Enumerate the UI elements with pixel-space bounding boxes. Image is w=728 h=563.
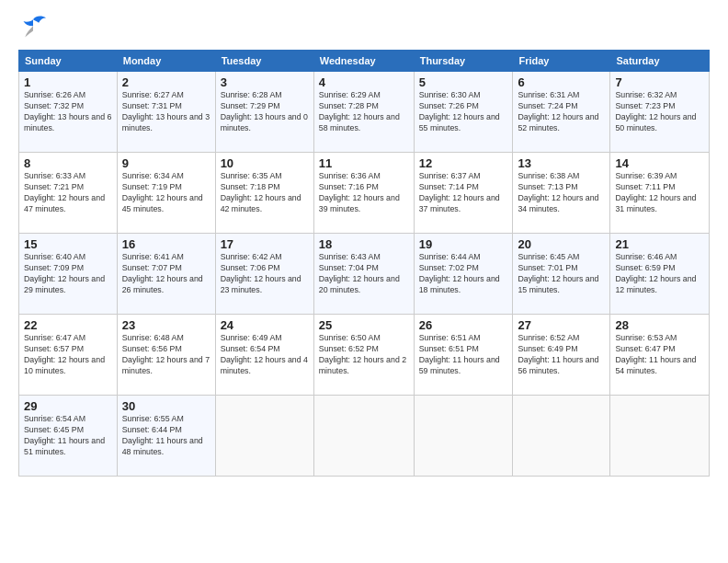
calendar-cell: 12Sunrise: 6:37 AMSunset: 7:14 PMDayligh… — [414, 153, 513, 234]
day-number: 24 — [221, 318, 309, 332]
calendar-cell — [313, 396, 414, 477]
calendar-cell: 8Sunrise: 6:33 AMSunset: 7:21 PMDaylight… — [19, 153, 118, 234]
day-info: Sunrise: 6:28 AMSunset: 7:29 PMDaylight:… — [221, 90, 309, 134]
day-number: 20 — [518, 237, 605, 251]
calendar-header-wednesday: Wednesday — [313, 51, 414, 72]
calendar-cell: 11Sunrise: 6:36 AMSunset: 7:16 PMDayligh… — [313, 153, 414, 234]
calendar-cell — [610, 396, 710, 477]
day-info: Sunrise: 6:35 AMSunset: 7:18 PMDaylight:… — [221, 171, 309, 215]
day-info: Sunrise: 6:44 AMSunset: 7:02 PMDaylight:… — [419, 252, 508, 296]
calendar-cell: 7Sunrise: 6:32 AMSunset: 7:23 PMDaylight… — [610, 72, 710, 153]
day-number: 7 — [615, 75, 704, 89]
day-info: Sunrise: 6:52 AMSunset: 6:49 PMDaylight:… — [518, 333, 605, 377]
day-number: 4 — [319, 75, 409, 89]
calendar-cell: 22Sunrise: 6:47 AMSunset: 6:57 PMDayligh… — [19, 315, 118, 396]
day-number: 6 — [518, 75, 605, 89]
calendar-header-friday: Friday — [513, 51, 610, 72]
calendar-cell: 4Sunrise: 6:29 AMSunset: 7:28 PMDaylight… — [313, 72, 414, 153]
calendar-header-thursday: Thursday — [414, 51, 513, 72]
day-info: Sunrise: 6:26 AMSunset: 7:32 PMDaylight:… — [24, 90, 112, 134]
day-number: 28 — [615, 318, 704, 332]
day-number: 22 — [24, 318, 112, 332]
day-number: 26 — [419, 318, 508, 332]
day-number: 12 — [419, 156, 508, 170]
day-number: 10 — [221, 156, 309, 170]
calendar-cell: 24Sunrise: 6:49 AMSunset: 6:54 PMDayligh… — [215, 315, 313, 396]
day-number: 9 — [122, 156, 210, 170]
day-info: Sunrise: 6:31 AMSunset: 7:24 PMDaylight:… — [518, 90, 605, 134]
day-number: 11 — [319, 156, 409, 170]
calendar-header-row: SundayMondayTuesdayWednesdayThursdayFrid… — [19, 51, 710, 72]
day-info: Sunrise: 6:38 AMSunset: 7:13 PMDaylight:… — [518, 171, 605, 215]
calendar-table: SundayMondayTuesdayWednesdayThursdayFrid… — [18, 50, 710, 477]
calendar-cell: 16Sunrise: 6:41 AMSunset: 7:07 PMDayligh… — [117, 234, 215, 315]
day-info: Sunrise: 6:27 AMSunset: 7:31 PMDaylight:… — [122, 90, 210, 134]
calendar-cell: 6Sunrise: 6:31 AMSunset: 7:24 PMDaylight… — [513, 72, 610, 153]
day-info: Sunrise: 6:37 AMSunset: 7:14 PMDaylight:… — [419, 171, 508, 215]
day-number: 29 — [24, 399, 112, 413]
day-info: Sunrise: 6:40 AMSunset: 7:09 PMDaylight:… — [24, 252, 112, 296]
day-info: Sunrise: 6:53 AMSunset: 6:47 PMDaylight:… — [615, 333, 704, 377]
day-number: 2 — [122, 75, 210, 89]
calendar-cell: 15Sunrise: 6:40 AMSunset: 7:09 PMDayligh… — [19, 234, 118, 315]
day-number: 8 — [24, 156, 112, 170]
day-number: 3 — [221, 75, 309, 89]
day-number: 15 — [24, 237, 112, 251]
header — [18, 15, 710, 40]
calendar-cell: 13Sunrise: 6:38 AMSunset: 7:13 PMDayligh… — [513, 153, 610, 234]
calendar-cell: 18Sunrise: 6:43 AMSunset: 7:04 PMDayligh… — [313, 234, 414, 315]
day-number: 5 — [419, 75, 508, 89]
calendar-cell: 19Sunrise: 6:44 AMSunset: 7:02 PMDayligh… — [414, 234, 513, 315]
day-info: Sunrise: 6:39 AMSunset: 7:11 PMDaylight:… — [615, 171, 704, 215]
calendar-header-monday: Monday — [117, 51, 215, 72]
day-info: Sunrise: 6:41 AMSunset: 7:07 PMDaylight:… — [122, 252, 210, 296]
logo-icon — [18, 15, 48, 40]
day-info: Sunrise: 6:42 AMSunset: 7:06 PMDaylight:… — [221, 252, 309, 296]
calendar-cell: 27Sunrise: 6:52 AMSunset: 6:49 PMDayligh… — [513, 315, 610, 396]
day-number: 18 — [319, 237, 409, 251]
calendar-cell: 26Sunrise: 6:51 AMSunset: 6:51 PMDayligh… — [414, 315, 513, 396]
calendar-header-sunday: Sunday — [19, 51, 118, 72]
calendar-cell — [215, 396, 313, 477]
calendar-cell: 21Sunrise: 6:46 AMSunset: 6:59 PMDayligh… — [610, 234, 710, 315]
day-number: 16 — [122, 237, 210, 251]
day-number: 25 — [319, 318, 409, 332]
calendar-week-row: 29Sunrise: 6:54 AMSunset: 6:45 PMDayligh… — [19, 396, 710, 477]
calendar-cell: 25Sunrise: 6:50 AMSunset: 6:52 PMDayligh… — [313, 315, 414, 396]
day-info: Sunrise: 6:34 AMSunset: 7:19 PMDaylight:… — [122, 171, 210, 215]
calendar-week-row: 22Sunrise: 6:47 AMSunset: 6:57 PMDayligh… — [19, 315, 710, 396]
day-info: Sunrise: 6:45 AMSunset: 7:01 PMDaylight:… — [518, 252, 605, 296]
calendar-cell: 1Sunrise: 6:26 AMSunset: 7:32 PMDaylight… — [19, 72, 118, 153]
calendar-header-saturday: Saturday — [610, 51, 710, 72]
day-number: 21 — [615, 237, 704, 251]
day-info: Sunrise: 6:29 AMSunset: 7:28 PMDaylight:… — [319, 90, 409, 134]
calendar-cell — [513, 396, 610, 477]
day-info: Sunrise: 6:55 AMSunset: 6:44 PMDaylight:… — [122, 414, 210, 458]
calendar-cell — [414, 396, 513, 477]
day-info: Sunrise: 6:36 AMSunset: 7:16 PMDaylight:… — [319, 171, 409, 215]
day-info: Sunrise: 6:54 AMSunset: 6:45 PMDaylight:… — [24, 414, 112, 458]
calendar-week-row: 1Sunrise: 6:26 AMSunset: 7:32 PMDaylight… — [19, 72, 710, 153]
day-number: 14 — [615, 156, 704, 170]
calendar-cell: 20Sunrise: 6:45 AMSunset: 7:01 PMDayligh… — [513, 234, 610, 315]
calendar-cell: 17Sunrise: 6:42 AMSunset: 7:06 PMDayligh… — [215, 234, 313, 315]
day-info: Sunrise: 6:43 AMSunset: 7:04 PMDaylight:… — [319, 252, 409, 296]
day-info: Sunrise: 6:32 AMSunset: 7:23 PMDaylight:… — [615, 90, 704, 134]
calendar-cell: 2Sunrise: 6:27 AMSunset: 7:31 PMDaylight… — [117, 72, 215, 153]
calendar-cell: 14Sunrise: 6:39 AMSunset: 7:11 PMDayligh… — [610, 153, 710, 234]
calendar-cell: 10Sunrise: 6:35 AMSunset: 7:18 PMDayligh… — [215, 153, 313, 234]
logo — [18, 15, 51, 40]
day-info: Sunrise: 6:51 AMSunset: 6:51 PMDaylight:… — [419, 333, 508, 377]
day-number: 23 — [122, 318, 210, 332]
day-number: 17 — [221, 237, 309, 251]
calendar-cell: 5Sunrise: 6:30 AMSunset: 7:26 PMDaylight… — [414, 72, 513, 153]
day-info: Sunrise: 6:47 AMSunset: 6:57 PMDaylight:… — [24, 333, 112, 377]
day-info: Sunrise: 6:50 AMSunset: 6:52 PMDaylight:… — [319, 333, 409, 377]
day-number: 13 — [518, 156, 605, 170]
page: SundayMondayTuesdayWednesdayThursdayFrid… — [0, 0, 728, 563]
day-info: Sunrise: 6:49 AMSunset: 6:54 PMDaylight:… — [221, 333, 309, 377]
day-info: Sunrise: 6:48 AMSunset: 6:56 PMDaylight:… — [122, 333, 210, 377]
calendar-cell: 9Sunrise: 6:34 AMSunset: 7:19 PMDaylight… — [117, 153, 215, 234]
calendar-week-row: 8Sunrise: 6:33 AMSunset: 7:21 PMDaylight… — [19, 153, 710, 234]
calendar-week-row: 15Sunrise: 6:40 AMSunset: 7:09 PMDayligh… — [19, 234, 710, 315]
